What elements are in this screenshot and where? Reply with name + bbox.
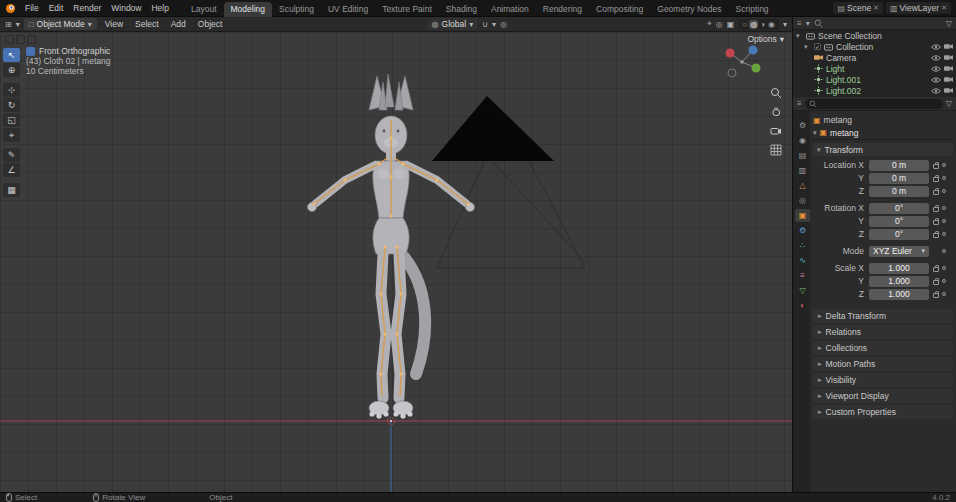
animate-dot-icon[interactable] — [942, 279, 946, 283]
tab-scripting[interactable]: Scripting — [729, 2, 776, 17]
outliner-row-light-001[interactable]: Light.001 — [793, 74, 956, 85]
properties-editor-icon[interactable]: ≡ — [797, 99, 802, 108]
chevron-down-icon[interactable]: ▾ — [806, 19, 810, 28]
location-x-field[interactable]: 0 m — [869, 160, 929, 171]
gizmo-toggle-icon[interactable]: ⌖ — [707, 19, 712, 29]
mode-dropdown[interactable]: □ Object Mode ▾ — [24, 18, 97, 30]
tab-modeling[interactable]: Modeling — [224, 2, 273, 17]
animate-dot-icon[interactable] — [942, 232, 946, 236]
lock-icon[interactable] — [933, 164, 939, 169]
snap-magnet-icon[interactable]: ∪ — [482, 20, 488, 29]
scale-x-field[interactable]: 1.000 — [869, 263, 929, 274]
tool-annotate[interactable]: ✎ — [3, 148, 20, 162]
shading-chevron-icon[interactable]: ▾ — [783, 20, 787, 29]
axis-negative-handle[interactable] — [728, 69, 736, 77]
proportional-edit-icon[interactable]: ◎ — [500, 20, 507, 29]
disable-render-camera-icon[interactable] — [944, 76, 953, 83]
scene-unlink-icon[interactable]: ✕ — [873, 4, 879, 12]
menu-render[interactable]: Render — [68, 2, 106, 14]
ptab-object-data[interactable]: ▽ — [795, 284, 810, 297]
ptab-scene[interactable]: △ — [795, 179, 810, 192]
lock-icon[interactable] — [933, 177, 939, 182]
axis-x-handle[interactable] — [726, 49, 735, 58]
disable-render-camera-icon[interactable] — [944, 87, 953, 94]
animate-dot-icon[interactable] — [942, 189, 946, 193]
expand-icon[interactable]: ▾ — [813, 129, 817, 137]
tab-animation[interactable]: Animation — [484, 2, 536, 17]
tool-settings-icon[interactable] — [27, 35, 36, 44]
menu-edit[interactable]: Edit — [44, 2, 69, 14]
orientation-dropdown[interactable]: ◍ Global ▾ — [427, 18, 479, 30]
editor-type-chevron-icon[interactable]: ▾ — [16, 20, 20, 29]
lock-icon[interactable] — [933, 190, 939, 195]
ptab-object[interactable]: ▣ — [795, 209, 810, 222]
ptab-output[interactable]: ▤ — [795, 149, 810, 162]
animate-dot-icon[interactable] — [942, 249, 946, 253]
tool-move[interactable]: ⊹ — [3, 83, 20, 97]
rotation-y-field[interactable]: 0° — [869, 216, 929, 227]
outliner-row-collection[interactable]: ▾ ✓ Collection — [793, 41, 956, 52]
outliner-search-icon[interactable] — [814, 19, 823, 28]
ptab-modifiers[interactable]: ⚙ — [795, 224, 810, 237]
tab-shading[interactable]: Shading — [439, 2, 484, 17]
tool-rotate[interactable]: ↻ — [3, 98, 20, 112]
outliner-editor-icon[interactable]: ≡ — [797, 19, 802, 28]
location-z-field[interactable]: 0 m — [869, 186, 929, 197]
tab-layout[interactable]: Layout — [184, 2, 224, 17]
zoom-icon[interactable] — [769, 86, 783, 100]
xray-toggle-icon[interactable]: ▣ — [727, 20, 735, 29]
animate-dot-icon[interactable] — [942, 163, 946, 167]
outliner-row-scene-collection[interactable]: ▾ Scene Collection — [793, 30, 956, 41]
hide-eye-icon[interactable] — [931, 66, 941, 72]
tool-settings-icon[interactable] — [5, 35, 14, 44]
breadcrumb-object-name[interactable]: metang — [824, 115, 852, 125]
axis-z-handle[interactable] — [749, 46, 758, 55]
ptab-particles[interactable]: ∴ — [795, 239, 810, 252]
menu-help[interactable]: Help — [146, 2, 173, 14]
tab-uv-editing[interactable]: UV Editing — [321, 2, 375, 17]
tab-geometry-nodes[interactable]: Geometry Nodes — [650, 2, 728, 17]
location-y-field[interactable]: 0 m — [869, 173, 929, 184]
hide-eye-icon[interactable] — [931, 44, 941, 50]
tool-settings-icon[interactable] — [16, 35, 25, 44]
menu-window[interactable]: Window — [106, 2, 146, 14]
character-armature[interactable] — [312, 120, 469, 396]
expand-icon[interactable]: ▾ — [796, 32, 803, 40]
scale-z-field[interactable]: 1.000 — [869, 289, 929, 300]
menu-view[interactable]: View — [101, 19, 127, 29]
overlays-toggle-icon[interactable]: ◎ — [716, 20, 723, 29]
collection-checkbox[interactable]: ✓ — [814, 43, 821, 50]
hide-eye-icon[interactable] — [931, 88, 941, 94]
viewlayer-unlink-icon[interactable]: ✕ — [941, 4, 947, 12]
ptab-render[interactable]: ◉ — [795, 134, 810, 147]
menu-select[interactable]: Select — [131, 19, 163, 29]
rotate-view-icon[interactable] — [26, 47, 35, 56]
blender-logo-icon[interactable] — [5, 3, 16, 14]
disable-render-camera-icon[interactable] — [944, 43, 953, 50]
viewport-3d[interactable]: Options ▾ ↖ ⊕ ⊹ ↻ ◱ ⌖ ✎ ∠ ▦ Front Orthog… — [0, 32, 792, 492]
section-delta-transform[interactable]: ▸ Delta Transform — [813, 309, 953, 323]
viewlayer-selector[interactable]: ▥ ViewLayer ✕ — [886, 2, 951, 14]
object-name-field[interactable]: metang — [830, 128, 858, 138]
ptab-material[interactable]: ◐ — [795, 299, 810, 312]
camera-view-icon[interactable] — [769, 124, 783, 138]
shading-wireframe-icon[interactable]: ○ — [741, 20, 748, 29]
navigation-gizmo[interactable] — [720, 40, 764, 86]
filter-funnel-icon[interactable]: ▽ — [946, 99, 952, 108]
hide-eye-icon[interactable] — [931, 55, 941, 61]
section-relations[interactable]: ▸ Relations — [813, 325, 953, 339]
filter-funnel-icon[interactable]: ▽ — [946, 19, 952, 28]
pan-hand-icon[interactable] — [769, 105, 783, 119]
rotation-z-field[interactable]: 0° — [869, 229, 929, 240]
tool-add-cube[interactable]: ▦ — [3, 183, 20, 197]
lock-icon[interactable] — [933, 233, 939, 238]
animate-dot-icon[interactable] — [942, 292, 946, 296]
disable-render-camera-icon[interactable] — [944, 54, 953, 61]
menu-object[interactable]: Object — [194, 19, 227, 29]
ortho-grid-icon[interactable] — [769, 143, 783, 157]
lock-icon[interactable] — [933, 207, 939, 212]
rotation-mode-dropdown[interactable]: XYZ Euler ▾ — [869, 246, 929, 257]
tool-cursor[interactable]: ⊕ — [3, 63, 20, 77]
scale-y-field[interactable]: 1.000 — [869, 276, 929, 287]
lock-icon[interactable] — [933, 267, 939, 272]
